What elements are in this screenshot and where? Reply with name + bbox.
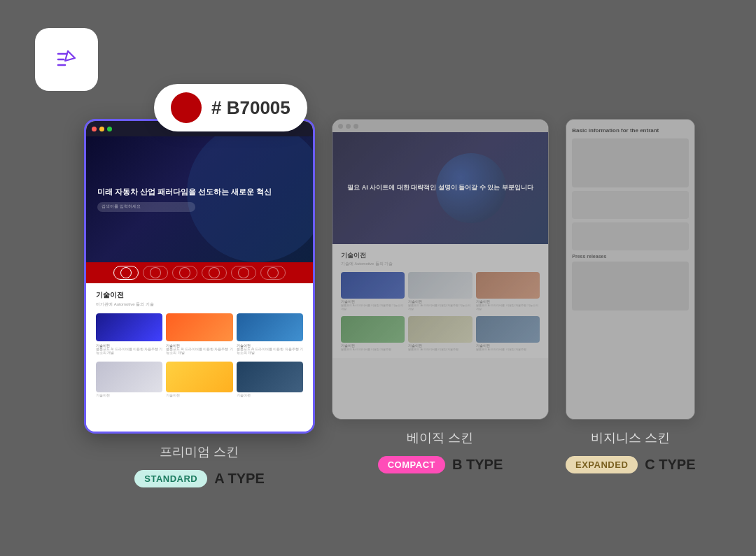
premium-bottom-grid: 기술이전 기술이전 기술이전 bbox=[96, 362, 303, 397]
skin-cards-row: 미래 자동차 산업 패러다임을 선도하는 새로운 혁신 검색어를 입력하세요 bbox=[84, 119, 735, 487]
standard-badge[interactable]: STANDARD bbox=[134, 470, 207, 487]
premium-badge-row: STANDARD A TYPE bbox=[134, 470, 264, 487]
compact-badge[interactable]: COMPACT bbox=[378, 456, 445, 473]
basic-skin-label: 베이직 스킨 bbox=[407, 429, 473, 446]
premium-nav-bar bbox=[86, 262, 313, 283]
nav-item-6 bbox=[260, 266, 286, 280]
basic-dim-overlay bbox=[332, 119, 549, 420]
bottom-item-2: 기술이전 bbox=[166, 362, 232, 397]
skin-card-basic[interactable]: 필요 AI 사이트에 대한 대략적인 설명이 들어갈 수 있는 부분입니다 기술… bbox=[332, 119, 549, 473]
business-badge-row: EXPANDED C TYPE bbox=[566, 456, 696, 473]
basic-badge-row: COMPACT B TYPE bbox=[378, 456, 503, 473]
premium-hero: 미래 자동차 산업 패러다임을 선도하는 새로운 혁신 검색어를 입력하세요 bbox=[86, 136, 313, 262]
logo-icon bbox=[35, 28, 98, 91]
nav-item-2 bbox=[143, 266, 168, 280]
premium-hero-title: 미래 자동차 산업 패러다임을 선도하는 새로운 혁신 bbox=[97, 187, 272, 197]
premium-skin-label: 프리미엄 스킨 bbox=[160, 443, 239, 460]
grid-item-1: 기술이전 블룸포드 Ai 드라이버를 이용한 자율주행 기능소의 개발 bbox=[96, 313, 162, 355]
premium-section-title: 기술이전 bbox=[96, 290, 303, 300]
nav-item-1 bbox=[113, 266, 139, 280]
premium-type-label: A TYPE bbox=[214, 471, 265, 487]
color-code: # B70005 bbox=[211, 97, 290, 119]
nav-item-5 bbox=[231, 266, 256, 280]
basic-browser-frame: 필요 AI 사이트에 대한 대략적인 설명이 들어갈 수 있는 부분입니다 기술… bbox=[332, 119, 549, 420]
nav-item-4 bbox=[202, 266, 227, 280]
maximize-dot bbox=[107, 127, 112, 131]
grid-item-3: 기술이전 블룸포드 Ai 드라이버를 이용한 자율주행 기능소의 개발 bbox=[237, 313, 303, 355]
close-dot bbox=[92, 127, 97, 131]
business-dim-overlay bbox=[566, 119, 695, 420]
business-browser-frame: Basic information for the entrant Press … bbox=[566, 119, 695, 420]
premium-grid: 기술이전 블룸포드 Ai 드라이버를 이용한 자율주행 기능소의 개발 기술이전… bbox=[96, 313, 303, 355]
skin-card-business[interactable]: Basic information for the entrant Press … bbox=[566, 119, 696, 473]
business-skin-label: 비지니스 스킨 bbox=[591, 429, 670, 446]
premium-section-sub: 미기관에 Automotive 들의 기술 bbox=[96, 301, 303, 308]
bottom-item-1: 기술이전 bbox=[96, 362, 162, 397]
basic-type-label: B TYPE bbox=[452, 457, 503, 473]
grid-item-2: 기술이전 블룸포드 Ai 드라이버를 이용한 자율주행 기능소의 개발 bbox=[166, 313, 232, 355]
minimize-dot bbox=[99, 127, 104, 131]
bottom-item-3: 기술이전 bbox=[237, 362, 303, 397]
color-dot bbox=[171, 92, 202, 123]
premium-browser-frame: 미래 자동차 산업 패러다임을 선도하는 새로운 혁신 검색어를 입력하세요 bbox=[84, 119, 315, 434]
basic-hero-text: 필요 AI 사이트에 대한 대략적인 설명이 들어갈 수 있는 부분입니다 bbox=[347, 183, 533, 193]
color-picker-pill[interactable]: # B70005 bbox=[154, 84, 307, 131]
nav-item-3 bbox=[172, 266, 197, 280]
expanded-badge[interactable]: EXPANDED bbox=[566, 456, 638, 473]
skin-card-premium[interactable]: 미래 자동차 산업 패러다임을 선도하는 새로운 혁신 검색어를 입력하세요 bbox=[84, 119, 315, 487]
premium-content: 기술이전 미기관에 Automotive 들의 기술 기술이전 블룸포드 Ai … bbox=[86, 283, 313, 404]
premium-hero-search: 검색어를 입력하세요 bbox=[97, 202, 195, 212]
business-type-label: C TYPE bbox=[645, 457, 695, 473]
